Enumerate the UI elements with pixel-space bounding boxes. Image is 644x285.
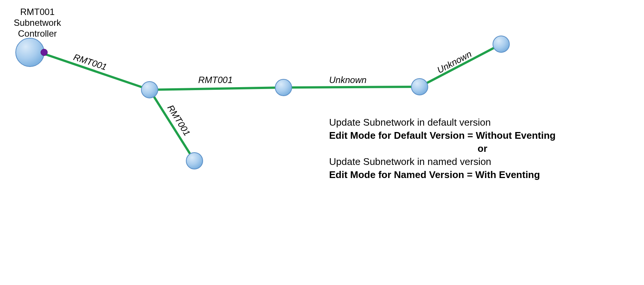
controller-label-line2: Subnetwork bbox=[4, 18, 71, 28]
edge-label-rmt001-2: RMT001 bbox=[198, 75, 233, 85]
junction-node-2 bbox=[275, 79, 292, 96]
junction-node-4 bbox=[493, 36, 509, 52]
controller-marker-dot bbox=[41, 49, 47, 56]
info-line-4: Update Subnetwork in named version bbox=[329, 155, 636, 168]
info-line-2: Edit Mode for Default Version = Without … bbox=[329, 129, 636, 142]
edge-label-unknown-1: Unknown bbox=[329, 75, 367, 85]
edge-rmt001-2 bbox=[150, 88, 283, 90]
controller-label-line3: Controller bbox=[4, 28, 71, 39]
info-line-1: Update Subnetwork in default version bbox=[329, 116, 636, 129]
junction-node-5 bbox=[186, 153, 203, 169]
info-block: Update Subnetwork in default version Edi… bbox=[329, 116, 636, 181]
info-line-5: Edit Mode for Named Version = With Event… bbox=[329, 168, 636, 181]
controller-node bbox=[16, 38, 44, 67]
edge-unknown-1 bbox=[283, 87, 420, 88]
edge-unknown-2 bbox=[420, 44, 501, 87]
info-line-or: or bbox=[329, 142, 636, 155]
junction-node-1 bbox=[141, 82, 158, 98]
junction-node-3 bbox=[411, 79, 428, 95]
controller-label: RMT001 Subnetwork Controller bbox=[4, 7, 71, 39]
controller-label-line1: RMT001 bbox=[4, 7, 71, 18]
